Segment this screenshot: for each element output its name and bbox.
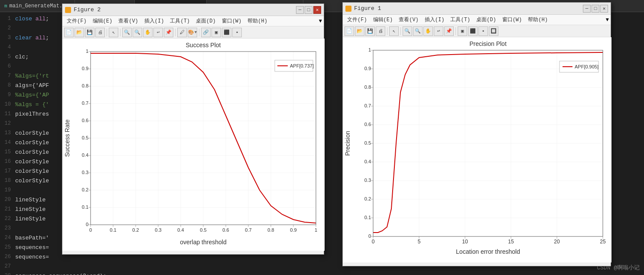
f1-toolbar-zoom-in[interactable]: 🔍 <box>403 26 412 36</box>
svg-text:1: 1 <box>368 47 371 52</box>
figure1-title: Figure 1 <box>354 5 381 12</box>
f1-toolbar-save[interactable]: 💾 <box>365 26 375 36</box>
svg-text:0.6: 0.6 <box>222 227 229 233</box>
figure1-minimize[interactable]: ─ <box>583 5 591 13</box>
f1-toolbar-select[interactable]: ↖ <box>389 26 399 36</box>
svg-text:0.9: 0.9 <box>290 227 296 233</box>
f1-toolbar-layout4[interactable]: 🔲 <box>489 26 498 36</box>
svg-text:0.3: 0.3 <box>364 178 371 183</box>
f1-toolbar-new[interactable]: 📄 <box>345 26 354 36</box>
menu-desktop[interactable]: 桌面(D) <box>193 16 218 26</box>
toolbar-layout2[interactable]: ⬛ <box>222 28 231 37</box>
svg-text:0: 0 <box>86 222 88 227</box>
toolbar-color[interactable]: 🎨▼ <box>188 28 197 37</box>
toolbar-pan[interactable]: ✋ <box>143 28 153 37</box>
f1-menu-file[interactable]: 文件(F) <box>345 15 370 24</box>
f1-toolbar-layout3[interactable]: ▪ <box>478 26 488 36</box>
f1-menu-insert[interactable]: 插入(I) <box>422 15 447 24</box>
svg-text:0.5: 0.5 <box>82 135 88 140</box>
figure1-menubar: 文件(F) 编辑(E) 查看(V) 插入(I) 工具(T) 桌面(D) 窗口(W… <box>343 15 611 25</box>
f1-toolbar-rotate[interactable]: ↩ <box>434 26 443 36</box>
figure2-legend: APF[0.737] <box>290 63 314 68</box>
figure2-window: Figure 2 ─ □ ✕ 文件(F) 编辑(E) 查看(V) 插入(I) 工… <box>62 3 324 255</box>
svg-text:0.2: 0.2 <box>364 196 371 201</box>
menu-edit[interactable]: 编辑(E) <box>90 16 115 26</box>
svg-text:0.4: 0.4 <box>177 227 184 233</box>
dock-button[interactable]: ▼ <box>319 18 322 24</box>
f1-toolbar-open[interactable]: 📂 <box>355 26 364 36</box>
menu-insert[interactable]: 插入(I) <box>142 16 167 26</box>
toolbar-sep4 <box>199 29 199 36</box>
svg-text:5: 5 <box>418 239 421 245</box>
svg-text:15: 15 <box>508 239 514 245</box>
toolbar-zoom-in[interactable]: 🔍 <box>122 28 132 37</box>
figure1-maximize[interactable]: □ <box>592 5 599 13</box>
figure-icon <box>65 7 71 13</box>
svg-text:0.8: 0.8 <box>364 84 371 90</box>
figure1-titlebar: Figure 1 ─ □ ✕ <box>343 3 611 15</box>
svg-text:0: 0 <box>372 239 375 245</box>
toolbar-link[interactable]: 🔗 <box>201 28 211 37</box>
menu-view[interactable]: 查看(V) <box>116 16 141 26</box>
svg-text:0.4: 0.4 <box>364 159 371 164</box>
svg-text:0: 0 <box>89 227 92 233</box>
svg-text:0.1: 0.1 <box>110 227 116 233</box>
figure1-close[interactable]: ✕ <box>600 5 608 13</box>
toolbar-datacursor[interactable]: 📌 <box>164 28 173 37</box>
svg-text:25: 25 <box>600 239 606 245</box>
f1-toolbar-layout1[interactable]: ▣ <box>458 26 467 36</box>
svg-text:1: 1 <box>86 49 88 54</box>
toolbar-print[interactable]: 🖨 <box>95 28 105 37</box>
f1-toolbar-datacursor[interactable]: 📌 <box>444 26 454 36</box>
svg-text:0.5: 0.5 <box>200 227 206 233</box>
f1-menu-tools[interactable]: 工具(T) <box>448 15 473 24</box>
f1-menu-view[interactable]: 查看(V) <box>396 15 421 24</box>
menu-tools[interactable]: 工具(T) <box>167 16 192 26</box>
svg-text:0.1: 0.1 <box>82 204 88 210</box>
minimize-button[interactable]: ─ <box>296 6 304 14</box>
f1-menu-edit[interactable]: 编辑(E) <box>371 15 396 24</box>
toolbar-layout3[interactable]: ▪ <box>232 28 242 37</box>
toolbar-rotate[interactable]: ↩ <box>153 28 163 37</box>
figure2-menubar: 文件(F) 编辑(E) 查看(V) 插入(I) 工具(T) 桌面(D) 窗口(W… <box>62 16 324 26</box>
toolbar-new[interactable]: 📄 <box>64 28 74 37</box>
f1-toolbar-pan[interactable]: ✋ <box>423 26 433 36</box>
toolbar-sep2 <box>120 29 120 36</box>
menu-window[interactable]: 窗口(W) <box>219 16 244 26</box>
f1-menu-window[interactable]: 窗口(W) <box>500 15 525 24</box>
svg-text:0: 0 <box>368 233 371 239</box>
svg-text:0.7: 0.7 <box>245 227 251 233</box>
toolbar-save[interactable]: 💾 <box>85 28 94 37</box>
figure2-titlebar: Figure 2 ─ □ ✕ <box>62 4 324 16</box>
menu-file[interactable]: 文件(F) <box>64 16 89 26</box>
svg-text:0.5: 0.5 <box>364 140 371 146</box>
svg-text:0.6: 0.6 <box>82 118 88 123</box>
figure1-window: Figure 1 ─ □ ✕ 文件(F) 编辑(E) 查看(V) 插入(I) 工… <box>342 2 611 266</box>
f1-toolbar-layout2[interactable]: ⬛ <box>468 26 478 36</box>
toolbar-select[interactable]: ↖ <box>109 28 118 37</box>
toolbar-zoom-out[interactable]: 🔍 <box>133 28 142 37</box>
figure1-toolbar: 📄 📂 💾 🖨 ↖ 🔍 🔍 ✋ ↩ 📌 ▣ ⬛ ▪ 🔲 <box>343 25 611 37</box>
figure1-ylabel: Precision <box>344 131 351 156</box>
svg-text:0.6: 0.6 <box>364 122 371 127</box>
toolbar-layout1[interactable]: ▣ <box>211 28 221 37</box>
menu-help[interactable]: 帮助(H) <box>245 16 270 26</box>
tab-icon: m <box>4 3 7 9</box>
f1-toolbar-print[interactable]: 🖨 <box>376 26 385 36</box>
f1-toolbar-zoom-out[interactable]: 🔍 <box>413 26 423 36</box>
svg-text:0.9: 0.9 <box>82 66 88 71</box>
toolbar-open[interactable]: 📂 <box>75 28 84 37</box>
f1-menu-help[interactable]: 帮助(H) <box>525 15 550 24</box>
maximize-button[interactable]: □ <box>305 6 312 14</box>
figure1-icon <box>345 6 351 12</box>
svg-text:0.3: 0.3 <box>82 170 88 175</box>
f1-menu-desktop[interactable]: 桌面(D) <box>474 15 499 24</box>
close-button[interactable]: ✕ <box>313 6 321 14</box>
svg-text:0.4: 0.4 <box>82 152 88 158</box>
f1-dock-button[interactable]: ▼ <box>606 17 609 23</box>
figure1-plot: 0 5 10 15 20 25 0 0.1 0.2 0.3 0.4 0.5 0.… <box>343 37 611 262</box>
toolbar-brush[interactable]: 🖊 <box>177 28 187 37</box>
figure2-plot: 0 0.1 0.2 0.3 0.4 0.5 0.6 0.7 0.8 0.9 1 … <box>62 39 325 251</box>
svg-text:0.8: 0.8 <box>82 83 88 88</box>
figure1-plot-title: Precision Plot <box>469 40 507 47</box>
